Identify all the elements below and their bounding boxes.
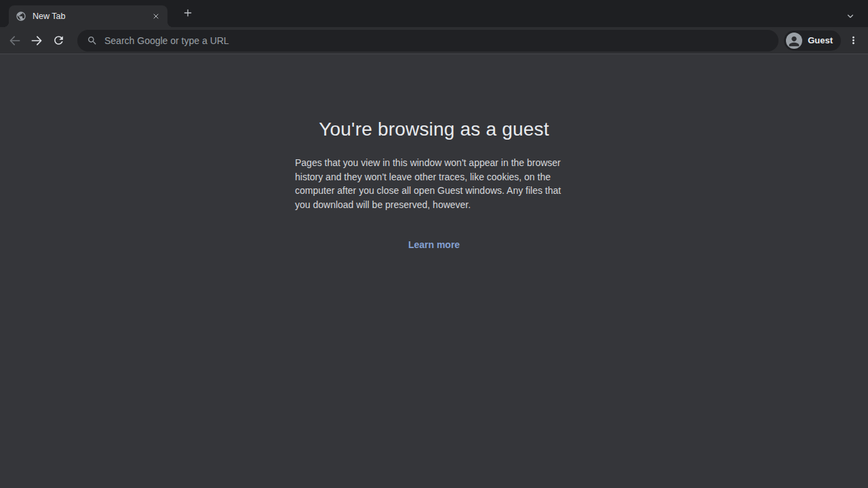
guest-description: Pages that you view in this window won't… — [295, 156, 573, 211]
address-input[interactable] — [104, 35, 769, 46]
guest-new-tab-page: You're browsing as a guest Pages that yo… — [0, 54, 868, 487]
profile-label: Guest — [808, 35, 833, 45]
tab-strip: New Tab — [0, 0, 868, 27]
close-tab-button[interactable] — [150, 10, 162, 22]
kebab-menu-icon — [848, 35, 859, 46]
learn-more-link[interactable]: Learn more — [295, 239, 573, 250]
new-tab-button[interactable] — [178, 3, 197, 22]
guest-profile-button[interactable]: Guest — [784, 30, 841, 51]
plus-icon — [182, 7, 193, 18]
toolbar: Guest — [0, 27, 868, 54]
back-button[interactable] — [5, 31, 24, 50]
browser-window: New Tab — [0, 0, 868, 487]
tab-overview-button[interactable] — [841, 7, 860, 26]
reload-button[interactable] — [49, 31, 68, 50]
address-bar[interactable] — [77, 30, 778, 52]
person-avatar-icon — [786, 33, 802, 49]
search-icon — [87, 35, 98, 46]
tab-title: New Tab — [33, 12, 150, 21]
guest-message-card: You're browsing as a guest Pages that yo… — [295, 119, 573, 487]
tab-new-tab[interactable]: New Tab — [9, 5, 167, 27]
reload-icon — [52, 34, 65, 47]
chevron-down-icon — [846, 12, 855, 21]
page-title: You're browsing as a guest — [295, 119, 573, 140]
browser-menu-button[interactable] — [844, 31, 863, 50]
arrow-right-icon — [30, 34, 43, 47]
arrow-left-icon — [8, 34, 22, 47]
forward-button[interactable] — [27, 31, 46, 50]
globe-favicon-icon — [16, 11, 26, 22]
close-icon — [152, 12, 160, 20]
